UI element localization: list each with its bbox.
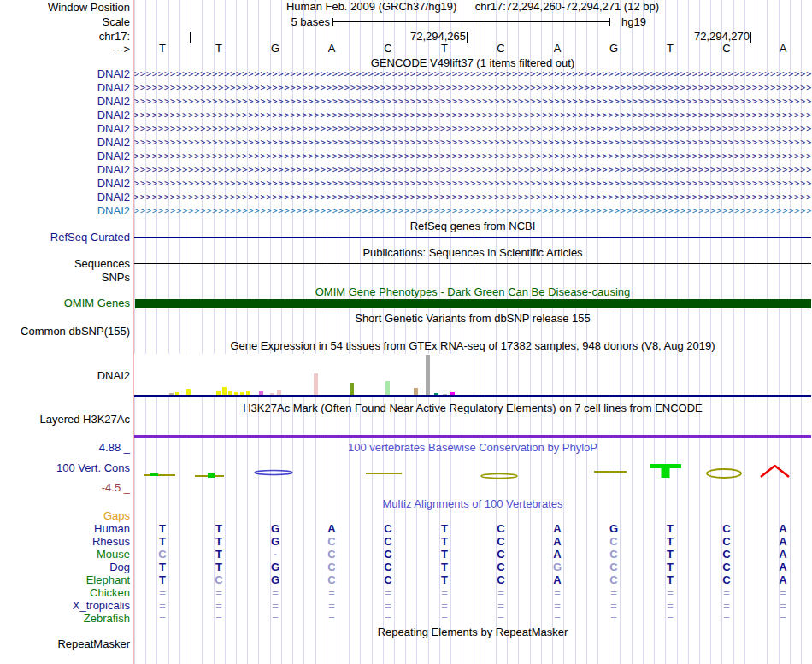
alignment-base: T	[642, 536, 698, 548]
gene-label-dnai2[interactable]: DNAI2	[0, 82, 130, 94]
scale-bar-left-tick	[332, 18, 333, 26]
alignment-base: C	[585, 561, 642, 573]
gene-transcript-arrows[interactable]: >>>>>>>>>>>>>>>>>>>>>>>>>>>>>>>>>>>>>>>>…	[134, 150, 811, 162]
alignment-base: T	[191, 549, 247, 561]
gene-transcript-arrows[interactable]: >>>>>>>>>>>>>>>>>>>>>>>>>>>>>>>>>>>>>>>>…	[134, 109, 811, 121]
alignment-base: C	[698, 574, 755, 586]
conservation-track-title[interactable]: 100 vertebrates Basewise Conservation by…	[134, 442, 811, 454]
gtex-gene-label[interactable]: DNAI2	[0, 370, 130, 382]
alignment-base: =	[247, 613, 303, 625]
gene-label-dnai2[interactable]: DNAI2	[0, 68, 130, 80]
gene-transcript-arrows[interactable]: >>>>>>>>>>>>>>>>>>>>>>>>>>>>>>>>>>>>>>>>…	[134, 205, 811, 217]
sequences-item[interactable]	[134, 263, 811, 264]
base-letter: T	[191, 43, 247, 55]
sequences-label[interactable]: Sequences	[0, 258, 130, 270]
h3k27ac-label[interactable]: Layered H3K27Ac	[0, 414, 130, 426]
omim-genes-label[interactable]: OMIM Genes	[0, 297, 130, 309]
species-label-elephant[interactable]: Elephant	[0, 574, 130, 586]
sequence-bases-row: TTGACTCAGTCA	[134, 43, 811, 55]
species-label-mouse[interactable]: Mouse	[0, 549, 130, 561]
gtex-bar	[414, 388, 418, 395]
alignment-base: C	[473, 561, 529, 573]
gene-label-dnai2[interactable]: DNAI2	[0, 191, 130, 203]
alignment-base: =	[303, 587, 360, 599]
repeatmasker-label[interactable]: RepeatMasker	[0, 638, 130, 650]
alignment-base: C	[360, 574, 416, 586]
base-letter: T	[134, 43, 191, 55]
ruler-tick	[750, 32, 751, 43]
alignment-base: T	[416, 549, 473, 561]
alignment-base: T	[134, 523, 191, 535]
gene-label-dnai2[interactable]: DNAI2	[0, 178, 130, 190]
ruler-tick-label: 72,294,265	[381, 31, 466, 43]
alignment-base: -	[247, 549, 303, 561]
multiz-track-title[interactable]: Multiz Alignments of 100 Vertebrates	[134, 498, 811, 510]
alignment-base: A	[529, 523, 585, 535]
snps-label[interactable]: SNPs	[0, 272, 130, 284]
alignment-base: =	[191, 613, 247, 625]
dbsnp-label[interactable]: Common dbSNP(155)	[0, 326, 130, 338]
alignment-base: G	[247, 523, 303, 535]
omim-gene-bar[interactable]	[135, 299, 811, 308]
alignment-base: =	[585, 600, 642, 612]
alignment-base: =	[360, 587, 416, 599]
gene-transcript-arrows[interactable]: >>>>>>>>>>>>>>>>>>>>>>>>>>>>>>>>>>>>>>>>…	[134, 82, 811, 94]
alignment-base: =	[642, 600, 698, 612]
gene-transcript-arrows[interactable]: >>>>>>>>>>>>>>>>>>>>>>>>>>>>>>>>>>>>>>>>…	[134, 178, 811, 190]
gene-label-dnai2[interactable]: DNAI2	[0, 164, 130, 176]
species-label-rhesus[interactable]: Rhesus	[0, 536, 130, 548]
dbsnp-track-title[interactable]: Short Genetic Variants from dbSNP releas…	[134, 313, 811, 325]
base-letter: A	[755, 43, 811, 55]
gencode-track-title[interactable]: GENCODE V49lift37 (1 items filtered out)	[134, 57, 811, 69]
alignment-base: =	[755, 587, 811, 599]
alignment-base: =	[529, 600, 585, 612]
repeatmasker-track-title[interactable]: Repeating Elements by RepeatMasker	[134, 626, 811, 638]
refseq-curated-label[interactable]: RefSeq Curated	[0, 232, 130, 244]
assembly-name: Human Feb. 2009 (GRCh37/hg19)	[286, 0, 456, 13]
gene-label-dnai2[interactable]: DNAI2	[0, 96, 130, 108]
h3k27ac-track-title[interactable]: H3K27Ac Mark (Often Found Near Active Re…	[134, 403, 811, 414]
species-label-zebrafish[interactable]: Zebrafish	[0, 613, 130, 625]
gene-label-dnai2[interactable]: DNAI2	[0, 137, 130, 149]
species-label-chicken[interactable]: Chicken	[0, 587, 130, 599]
gene-transcript-arrows[interactable]: >>>>>>>>>>>>>>>>>>>>>>>>>>>>>>>>>>>>>>>>…	[134, 137, 811, 149]
gene-label-dnai2[interactable]: DNAI2	[0, 150, 130, 162]
alignment-base: =	[134, 587, 191, 599]
alignment-base: G	[585, 523, 642, 535]
scale-bar-right-tick	[609, 18, 610, 26]
species-label-dog[interactable]: Dog	[0, 561, 130, 573]
alignment-base: =	[473, 600, 529, 612]
alignment-base: C	[698, 549, 755, 561]
base-letter: A	[303, 43, 360, 55]
gene-label-dnai2[interactable]: DNAI2	[0, 205, 130, 217]
publications-track-title[interactable]: Publications: Sequences in Scientific Ar…	[134, 247, 811, 259]
gene-transcript-arrows[interactable]: >>>>>>>>>>>>>>>>>>>>>>>>>>>>>>>>>>>>>>>>…	[134, 164, 811, 176]
scale-bar	[332, 21, 610, 22]
alignment-base: =	[303, 613, 360, 625]
species-label-x_tropicalis[interactable]: X_tropicalis	[0, 600, 130, 612]
gene-transcript-arrows[interactable]: >>>>>>>>>>>>>>>>>>>>>>>>>>>>>>>>>>>>>>>>…	[134, 68, 811, 80]
base-letter: G	[585, 43, 642, 55]
species-label-human[interactable]: Human	[0, 523, 130, 535]
base-letter: C	[360, 43, 416, 55]
alignment-base: =	[416, 600, 473, 612]
alignment-base: =	[698, 613, 755, 625]
gene-transcript-arrows[interactable]: >>>>>>>>>>>>>>>>>>>>>>>>>>>>>>>>>>>>>>>>…	[134, 123, 811, 135]
gene-transcript-arrows[interactable]: >>>>>>>>>>>>>>>>>>>>>>>>>>>>>>>>>>>>>>>>…	[134, 191, 811, 203]
assembly-short-label: hg19	[621, 16, 646, 28]
gene-label-dnai2[interactable]: DNAI2	[0, 109, 130, 121]
conservation-label[interactable]: 100 Vert. Cons	[0, 462, 130, 474]
gene-transcript-arrows[interactable]: >>>>>>>>>>>>>>>>>>>>>>>>>>>>>>>>>>>>>>>>…	[134, 96, 811, 108]
omim-track-title[interactable]: OMIM Gene Phenotypes - Dark Green Can Be…	[134, 286, 811, 298]
gene-label-dnai2[interactable]: DNAI2	[0, 123, 130, 135]
base-letter: A	[529, 43, 585, 55]
alignment-base: =	[360, 613, 416, 625]
gtex-track-title[interactable]: Gene Expression in 54 tissues from GTEx …	[134, 340, 811, 352]
refseq-track-title[interactable]: RefSeq genes from NCBI	[134, 220, 811, 232]
strand-direction-label[interactable]: --->	[0, 44, 130, 56]
alignment-base: =	[698, 587, 755, 599]
species-label-gaps[interactable]: Gaps	[0, 510, 130, 522]
refseq-curated-item[interactable]	[134, 237, 811, 238]
ruler-tick-label: 72,294,270	[665, 31, 750, 43]
gtex-bar	[222, 387, 227, 395]
